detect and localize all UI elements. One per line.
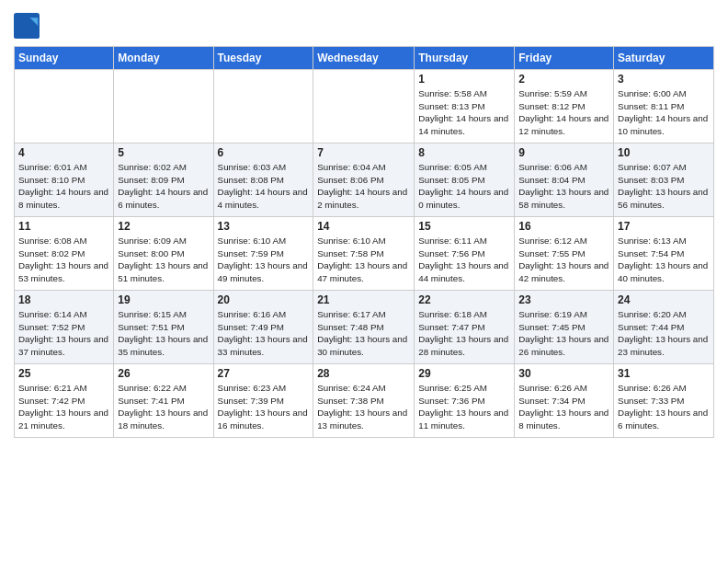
day-number: 14 [317, 220, 410, 233]
day-number: 8 [418, 146, 510, 159]
calendar-cell: 26Sunrise: 6:22 AM Sunset: 7:41 PM Dayli… [114, 364, 213, 438]
day-info: Sunrise: 6:10 AM Sunset: 7:58 PM Dayligh… [317, 235, 410, 285]
calendar-cell [213, 70, 313, 144]
day-number: 6 [218, 146, 310, 159]
calendar-cell: 29Sunrise: 6:25 AM Sunset: 7:36 PM Dayli… [415, 364, 515, 438]
day-number: 5 [118, 146, 209, 159]
column-header-sunday: Sunday [15, 47, 114, 70]
column-header-thursday: Thursday [415, 47, 515, 70]
day-number: 18 [18, 293, 109, 306]
calendar-cell: 22Sunrise: 6:18 AM Sunset: 7:47 PM Dayli… [415, 291, 515, 364]
calendar-cell [114, 70, 213, 144]
calendar-cell: 12Sunrise: 6:09 AM Sunset: 8:00 PM Dayli… [114, 217, 213, 291]
day-info: Sunrise: 6:04 AM Sunset: 8:06 PM Dayligh… [317, 161, 410, 212]
day-number: 2 [518, 73, 609, 86]
day-number: 15 [418, 220, 510, 233]
calendar-cell: 3Sunrise: 6:00 AM Sunset: 8:11 PM Daylig… [614, 70, 714, 144]
column-header-monday: Monday [114, 47, 213, 70]
calendar-cell [313, 70, 415, 144]
calendar-week-row: 18Sunrise: 6:14 AM Sunset: 7:52 PM Dayli… [15, 291, 714, 364]
calendar-cell: 21Sunrise: 6:17 AM Sunset: 7:48 PM Dayli… [313, 291, 415, 364]
day-info: Sunrise: 6:09 AM Sunset: 8:00 PM Dayligh… [118, 235, 209, 285]
calendar-cell: 6Sunrise: 6:03 AM Sunset: 8:08 PM Daylig… [213, 144, 313, 217]
column-header-wednesday: Wednesday [313, 47, 415, 70]
day-number: 27 [218, 367, 310, 380]
day-info: Sunrise: 6:13 AM Sunset: 7:54 PM Dayligh… [618, 235, 710, 285]
calendar-cell: 27Sunrise: 6:23 AM Sunset: 7:39 PM Dayli… [213, 364, 313, 438]
day-number: 26 [118, 367, 209, 380]
calendar-cell [15, 70, 114, 144]
calendar-cell: 8Sunrise: 6:05 AM Sunset: 8:05 PM Daylig… [415, 144, 515, 217]
calendar-cell: 24Sunrise: 6:20 AM Sunset: 7:44 PM Dayli… [614, 291, 714, 364]
day-number: 12 [118, 220, 209, 233]
svg-rect-0 [14, 13, 40, 39]
calendar-cell: 15Sunrise: 6:11 AM Sunset: 7:56 PM Dayli… [415, 217, 515, 291]
day-number: 24 [618, 293, 710, 306]
day-number: 23 [518, 293, 609, 306]
day-info: Sunrise: 6:16 AM Sunset: 7:49 PM Dayligh… [218, 308, 310, 359]
day-number: 3 [618, 73, 710, 86]
day-info: Sunrise: 6:23 AM Sunset: 7:39 PM Dayligh… [218, 382, 310, 432]
calendar-cell: 7Sunrise: 6:04 AM Sunset: 8:06 PM Daylig… [313, 144, 415, 217]
day-number: 7 [317, 146, 410, 159]
calendar-cell: 14Sunrise: 6:10 AM Sunset: 7:58 PM Dayli… [313, 217, 415, 291]
day-info: Sunrise: 6:26 AM Sunset: 7:34 PM Dayligh… [518, 382, 609, 432]
day-info: Sunrise: 6:15 AM Sunset: 7:51 PM Dayligh… [118, 308, 209, 359]
calendar-cell: 9Sunrise: 6:06 AM Sunset: 8:04 PM Daylig… [515, 144, 614, 217]
calendar-cell: 25Sunrise: 6:21 AM Sunset: 7:42 PM Dayli… [15, 364, 114, 438]
day-number: 30 [518, 367, 609, 380]
day-number: 20 [218, 293, 310, 306]
calendar-week-row: 11Sunrise: 6:08 AM Sunset: 8:02 PM Dayli… [15, 217, 714, 291]
day-number: 11 [18, 220, 109, 233]
day-number: 21 [317, 293, 410, 306]
calendar-cell: 30Sunrise: 6:26 AM Sunset: 7:34 PM Dayli… [515, 364, 614, 438]
calendar-cell: 2Sunrise: 5:59 AM Sunset: 8:12 PM Daylig… [515, 70, 614, 144]
calendar-cell: 23Sunrise: 6:19 AM Sunset: 7:45 PM Dayli… [515, 291, 614, 364]
calendar-cell: 17Sunrise: 6:13 AM Sunset: 7:54 PM Dayli… [614, 217, 714, 291]
calendar-cell: 11Sunrise: 6:08 AM Sunset: 8:02 PM Dayli… [15, 217, 114, 291]
calendar-week-row: 1Sunrise: 5:58 AM Sunset: 8:13 PM Daylig… [15, 70, 714, 144]
day-info: Sunrise: 6:19 AM Sunset: 7:45 PM Dayligh… [518, 308, 609, 359]
day-info: Sunrise: 5:58 AM Sunset: 8:13 PM Dayligh… [418, 87, 510, 138]
day-info: Sunrise: 6:20 AM Sunset: 7:44 PM Dayligh… [618, 308, 710, 359]
day-info: Sunrise: 6:11 AM Sunset: 7:56 PM Dayligh… [418, 235, 510, 285]
day-number: 16 [518, 220, 609, 233]
day-info: Sunrise: 6:01 AM Sunset: 8:10 PM Dayligh… [18, 161, 109, 212]
logo [14, 13, 43, 39]
day-info: Sunrise: 6:10 AM Sunset: 7:59 PM Dayligh… [218, 235, 310, 285]
day-info: Sunrise: 5:59 AM Sunset: 8:12 PM Dayligh… [518, 87, 609, 138]
day-info: Sunrise: 6:22 AM Sunset: 7:41 PM Dayligh… [118, 382, 209, 432]
column-header-tuesday: Tuesday [213, 47, 313, 70]
calendar-week-row: 25Sunrise: 6:21 AM Sunset: 7:42 PM Dayli… [15, 364, 714, 438]
day-number: 1 [418, 73, 510, 86]
column-header-friday: Friday [515, 47, 614, 70]
day-info: Sunrise: 6:18 AM Sunset: 7:47 PM Dayligh… [418, 308, 510, 359]
calendar-cell: 10Sunrise: 6:07 AM Sunset: 8:03 PM Dayli… [614, 144, 714, 217]
day-info: Sunrise: 6:05 AM Sunset: 8:05 PM Dayligh… [418, 161, 510, 212]
calendar-cell: 5Sunrise: 6:02 AM Sunset: 8:09 PM Daylig… [114, 144, 213, 217]
calendar-cell: 1Sunrise: 5:58 AM Sunset: 8:13 PM Daylig… [415, 70, 515, 144]
day-info: Sunrise: 6:14 AM Sunset: 7:52 PM Dayligh… [18, 308, 109, 359]
day-info: Sunrise: 6:24 AM Sunset: 7:38 PM Dayligh… [317, 382, 410, 432]
day-info: Sunrise: 6:08 AM Sunset: 8:02 PM Dayligh… [18, 235, 109, 285]
calendar-cell: 20Sunrise: 6:16 AM Sunset: 7:49 PM Dayli… [213, 291, 313, 364]
calendar-cell: 19Sunrise: 6:15 AM Sunset: 7:51 PM Dayli… [114, 291, 213, 364]
column-header-saturday: Saturday [614, 47, 714, 70]
day-number: 31 [618, 367, 710, 380]
day-number: 28 [317, 367, 410, 380]
calendar-cell: 18Sunrise: 6:14 AM Sunset: 7:52 PM Dayli… [15, 291, 114, 364]
day-info: Sunrise: 6:26 AM Sunset: 7:33 PM Dayligh… [618, 382, 710, 432]
day-number: 22 [418, 293, 510, 306]
calendar-cell: 16Sunrise: 6:12 AM Sunset: 7:55 PM Dayli… [515, 217, 614, 291]
day-info: Sunrise: 6:17 AM Sunset: 7:48 PM Dayligh… [317, 308, 410, 359]
day-number: 17 [618, 220, 710, 233]
day-info: Sunrise: 6:21 AM Sunset: 7:42 PM Dayligh… [18, 382, 109, 432]
calendar-header-row: SundayMondayTuesdayWednesdayThursdayFrid… [15, 47, 714, 70]
calendar-cell: 13Sunrise: 6:10 AM Sunset: 7:59 PM Dayli… [213, 217, 313, 291]
day-info: Sunrise: 6:00 AM Sunset: 8:11 PM Dayligh… [618, 87, 710, 138]
page-header [14, 9, 714, 39]
day-info: Sunrise: 6:25 AM Sunset: 7:36 PM Dayligh… [418, 382, 510, 432]
calendar-table: SundayMondayTuesdayWednesdayThursdayFrid… [14, 46, 714, 438]
calendar-cell: 31Sunrise: 6:26 AM Sunset: 7:33 PM Dayli… [614, 364, 714, 438]
day-number: 10 [618, 146, 710, 159]
